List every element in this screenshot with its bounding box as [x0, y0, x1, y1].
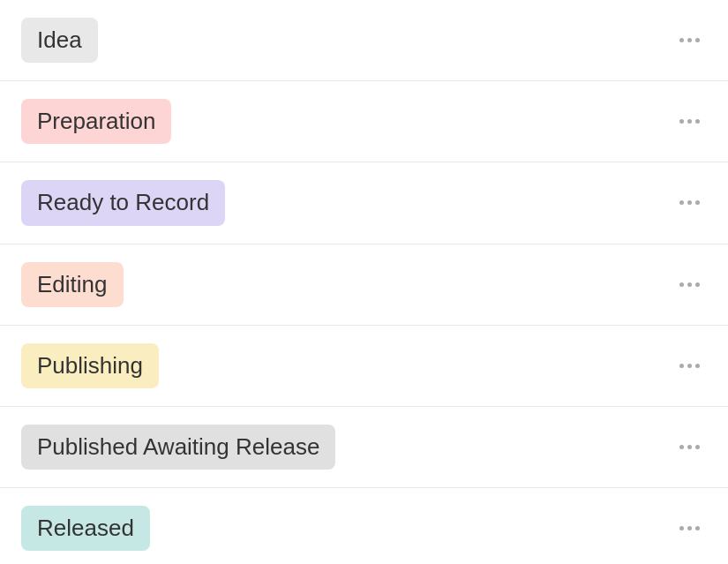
list-item: Publishing	[0, 326, 728, 407]
dot-icon	[695, 282, 700, 287]
status-list: IdeaPreparationReady to RecordEditingPub…	[0, 0, 728, 564]
dot-icon	[695, 526, 700, 530]
status-badge-editing: Editing	[21, 262, 124, 307]
status-badge-preparation: Preparation	[21, 99, 171, 144]
list-item: Preparation	[0, 81, 728, 162]
more-button-released[interactable]	[672, 519, 707, 538]
status-badge-publishing: Publishing	[21, 343, 159, 388]
dot-icon	[679, 119, 684, 124]
more-button-publishing[interactable]	[672, 357, 707, 375]
dot-icon	[695, 364, 700, 368]
status-badge-ready-to-record: Ready to Record	[21, 180, 225, 225]
more-button-ready-to-record[interactable]	[672, 193, 707, 212]
dot-icon	[679, 200, 684, 205]
dot-icon	[695, 200, 700, 205]
status-badge-idea: Idea	[21, 18, 98, 63]
dot-icon	[679, 364, 684, 368]
status-badge-released: Released	[21, 506, 150, 551]
list-item: Ready to Record	[0, 162, 728, 244]
list-item: Idea	[0, 0, 728, 81]
dot-icon	[687, 445, 692, 449]
dot-icon	[687, 38, 692, 42]
dot-icon	[679, 445, 684, 449]
dot-icon	[687, 282, 692, 287]
dot-icon	[687, 200, 692, 205]
dot-icon	[695, 119, 700, 124]
dot-icon	[687, 526, 692, 530]
status-badge-published-awaiting-release: Published Awaiting Release	[21, 425, 335, 470]
dot-icon	[687, 364, 692, 368]
more-button-editing[interactable]	[672, 275, 707, 294]
dot-icon	[695, 445, 700, 449]
dot-icon	[679, 282, 684, 287]
more-button-published-awaiting-release[interactable]	[672, 438, 707, 456]
dot-icon	[679, 38, 684, 42]
list-item: Published Awaiting Release	[0, 407, 728, 488]
dot-icon	[695, 38, 700, 42]
more-button-idea[interactable]	[672, 31, 707, 49]
dot-icon	[679, 526, 684, 530]
more-button-preparation[interactable]	[672, 112, 707, 131]
list-item: Editing	[0, 244, 728, 326]
dot-icon	[687, 119, 692, 124]
list-item: Released	[0, 488, 728, 564]
